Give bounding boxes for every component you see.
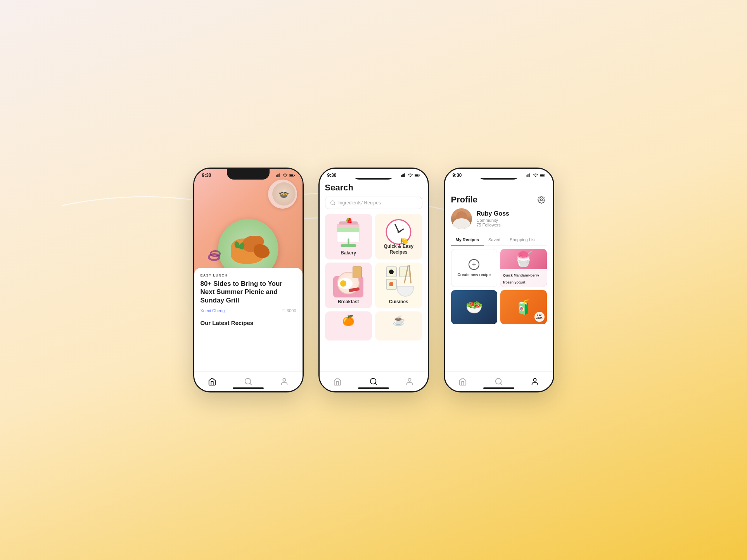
- mandarin-yogurt-label: Quick Mandarin-berry frozen yogurt: [503, 273, 539, 284]
- svg-rect-26: [528, 174, 529, 177]
- svg-rect-17: [415, 175, 418, 176]
- phones-container: 9:30: [193, 168, 554, 392]
- article-author[interactable]: Xueci Cheng: [201, 308, 225, 313]
- svg-point-10: [283, 378, 285, 381]
- category-breakfast[interactable]: Breakfast: [325, 263, 372, 308]
- user-name: Ruby Goss: [477, 210, 509, 217]
- svg-rect-13: [403, 174, 404, 177]
- svg-rect-11: [401, 175, 402, 177]
- phone2-nav-search[interactable]: [369, 377, 378, 386]
- search-icon: [330, 200, 335, 206]
- article-likes: ♡ 3000: [282, 308, 296, 313]
- category-bakery[interactable]: 🍓 Bakery: [325, 214, 372, 259]
- svg-rect-0: [276, 175, 277, 177]
- phone-profile: 9:30 Profile: [444, 168, 554, 392]
- phone-home: 9:30: [193, 168, 304, 392]
- svg-rect-7: [294, 175, 294, 176]
- create-recipe-label: Create new recipe: [457, 272, 491, 277]
- svg-rect-3: [279, 173, 280, 177]
- phone2-nav-home[interactable]: [333, 377, 342, 386]
- phone1-bottom-nav: [194, 371, 303, 391]
- phone1-status-icons: [275, 173, 295, 177]
- recipes-grid: + Create new recipe 🍧 Quick Mandarin-ber…: [445, 249, 553, 324]
- cuisines-illustration: [384, 265, 414, 297]
- tab-shopping-list[interactable]: Shopping List: [505, 235, 540, 245]
- phone2-home-indicator: [358, 387, 389, 389]
- phone1-status-bar: 9:30: [194, 169, 303, 178]
- breakfast-illustration: [333, 266, 363, 297]
- latest-recipes-heading: Our Latest Recipes: [201, 320, 296, 326]
- tab-saved[interactable]: Saved: [484, 235, 505, 245]
- phone3-status-icons: [526, 173, 545, 177]
- category-partial1[interactable]: 🍊: [325, 311, 372, 340]
- user-info: Ruby Goss Community 75 Followers: [445, 208, 553, 235]
- search-page-title: Search: [325, 183, 422, 193]
- svg-rect-27: [529, 173, 530, 177]
- svg-rect-2: [278, 174, 278, 177]
- svg-line-9: [250, 383, 251, 385]
- svg-point-15: [410, 176, 411, 177]
- phone2-time: 9:30: [327, 173, 337, 178]
- article-title: 80+ Sides to Bring to Your Next Summer P…: [201, 280, 296, 304]
- category-bakery-label: Bakery: [341, 250, 356, 256]
- phone2-status-icons: [401, 173, 420, 177]
- categories-grid: 🍓 Bakery: [325, 214, 422, 340]
- category-cuisines[interactable]: Cuisines: [375, 263, 422, 308]
- phone2-screen: Search Ingredients/ Recipes: [320, 180, 428, 391]
- mandarin-yogurt-card[interactable]: 🍧 Quick Mandarin-berry frozen yogurt: [500, 249, 547, 287]
- svg-line-22: [375, 383, 377, 385]
- settings-button[interactable]: [536, 194, 547, 205]
- user-details: Ruby Goss Community 75 Followers: [477, 210, 509, 227]
- bakery-illustration: 🍓: [334, 217, 363, 248]
- svg-rect-6: [289, 175, 293, 176]
- phone3-nav-home[interactable]: [458, 377, 467, 386]
- svg-rect-18: [419, 175, 420, 176]
- phone3-status-bar: 9:30: [445, 169, 553, 178]
- category-partial2[interactable]: ☕: [375, 311, 422, 340]
- avatar: [451, 208, 472, 229]
- svg-rect-14: [404, 173, 405, 177]
- phone3-screen: Profile Ruby Goss Community 75 Fo: [445, 180, 553, 391]
- category-quick-easy[interactable]: 🍋 Quick & Easy Recipes: [375, 214, 422, 259]
- profile-tabs: My Recipes Saved Shopping List: [451, 235, 547, 246]
- phone3-nav-search[interactable]: [495, 377, 503, 386]
- create-recipe-card[interactable]: + Create new recipe: [451, 249, 498, 287]
- article-category: EASY LUNCH: [201, 273, 296, 277]
- create-plus-icon: +: [469, 259, 479, 270]
- svg-point-28: [535, 176, 536, 177]
- phone1-time: 9:30: [202, 173, 211, 178]
- phone1-nav-home[interactable]: [208, 377, 216, 386]
- phone1-hero: 🍲: [194, 169, 303, 285]
- svg-line-20: [334, 204, 335, 205]
- phone2-bottom-nav: [320, 371, 428, 391]
- svg-rect-31: [545, 175, 545, 176]
- user-type: Community: [477, 218, 509, 223]
- svg-rect-25: [527, 175, 528, 178]
- svg-point-35: [533, 378, 536, 381]
- phone3-nav-profile[interactable]: [531, 377, 539, 386]
- gear-icon: [538, 196, 545, 204]
- search-bar[interactable]: Ingredients/ Recipes: [325, 197, 422, 209]
- svg-point-19: [330, 201, 334, 204]
- svg-rect-1: [277, 175, 278, 178]
- svg-line-34: [500, 383, 502, 385]
- search-placeholder: Ingredients/ Recipes: [339, 200, 381, 206]
- phone3-home-indicator: [483, 387, 514, 389]
- category-quick-easy-label: Quick & Easy Recipes: [375, 244, 422, 256]
- phone1-nav-search[interactable]: [244, 377, 252, 386]
- user-followers: 75 Followers: [477, 223, 509, 227]
- phone1-home-indicator: [233, 387, 264, 389]
- orange-drink-card[interactable]: 🧃 LAVAZZA: [500, 290, 547, 324]
- svg-rect-30: [540, 175, 543, 176]
- phone1-nav-profile[interactable]: [280, 377, 289, 386]
- phone2-nav-profile[interactable]: [405, 377, 414, 386]
- asian-food-card[interactable]: 🥗: [451, 290, 498, 324]
- profile-title: Profile: [451, 195, 477, 205]
- quick-easy-illustration: 🍋: [384, 216, 413, 248]
- tab-my-recipes[interactable]: My Recipes: [451, 235, 484, 245]
- phone1-screen: 🍲 EASY LUNCH 80+ Sides to Bring to Your …: [194, 169, 303, 391]
- svg-point-4: [285, 176, 285, 177]
- svg-rect-24: [526, 175, 527, 177]
- phone2-status-bar: 9:30: [320, 169, 428, 178]
- category-breakfast-label: Breakfast: [338, 299, 359, 304]
